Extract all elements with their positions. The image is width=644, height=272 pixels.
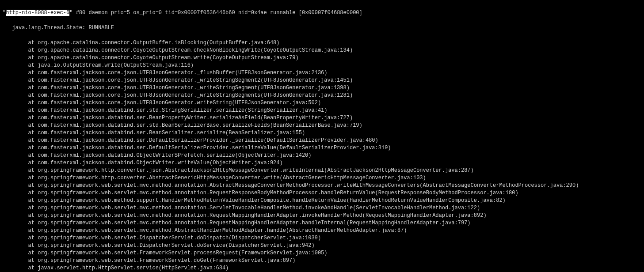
stack-frame: at org.apache.catalina.connector.OutputB… bbox=[3, 39, 641, 47]
stack-frame: at org.springframework.web.servlet.Dispa… bbox=[3, 242, 641, 249]
stack-frame: at org.apache.catalina.connector.CoyoteO… bbox=[3, 54, 641, 62]
stack-frame: at org.springframework.web.method.suppor… bbox=[3, 197, 641, 204]
stack-frame: at org.springframework.web.servlet.mvc.m… bbox=[3, 182, 641, 189]
stack-frame: at org.springframework.web.servlet.mvc.m… bbox=[3, 189, 641, 197]
stack-frame: at com.fasterxml.jackson.databind.ser.Be… bbox=[3, 129, 641, 137]
stack-frame: at com.fasterxml.jackson.core.json.UTF8J… bbox=[3, 77, 641, 84]
thread-dump: "http-nio-8088-exec-6" #80 daemon prio=5… bbox=[0, 0, 644, 272]
stack-frames: at org.apache.catalina.connector.OutputB… bbox=[3, 39, 641, 272]
stack-frame: at com.fasterxml.jackson.databind.ser.st… bbox=[3, 107, 641, 114]
thread-header-line: "http-nio-8088-exec-6" #80 daemon prio=5… bbox=[3, 9, 641, 17]
thread-name-highlight[interactable]: http-nio-8088-exec-6 bbox=[6, 10, 69, 16]
stack-frame: at com.fasterxml.jackson.databind.ser.De… bbox=[3, 144, 641, 152]
stack-frame: at org.springframework.web.servlet.Frame… bbox=[3, 249, 641, 257]
stack-frame: at com.fasterxml.jackson.core.json.UTF8J… bbox=[3, 99, 641, 107]
stack-frame: at org.springframework.web.servlet.mvc.m… bbox=[3, 204, 641, 212]
stack-frame: at org.springframework.web.servlet.mvc.m… bbox=[3, 227, 641, 234]
stack-frame: at javax.servlet.http.HttpServlet.servic… bbox=[3, 264, 641, 272]
stack-frame: at org.apache.catalina.connector.CoyoteO… bbox=[3, 47, 641, 54]
stack-frame: at com.fasterxml.jackson.databind.ser.st… bbox=[3, 122, 641, 129]
stack-frame: at org.springframework.web.servlet.Dispa… bbox=[3, 234, 641, 242]
stack-frame: at org.springframework.web.servlet.mvc.m… bbox=[3, 219, 641, 227]
stack-frame: at com.fasterxml.jackson.core.json.UTF8J… bbox=[3, 69, 641, 77]
stack-frame: at com.fasterxml.jackson.databind.Object… bbox=[3, 159, 641, 167]
stack-frame: at com.fasterxml.jackson.databind.Object… bbox=[3, 152, 641, 159]
stack-frame: at org.springframework.web.servlet.Frame… bbox=[3, 257, 641, 264]
stack-frame: at org.springframework.http.converter.js… bbox=[3, 167, 641, 174]
stack-frame: at java.io.OutputStream.write(OutputStre… bbox=[3, 62, 641, 69]
stack-frame: at org.springframework.web.servlet.mvc.m… bbox=[3, 212, 641, 219]
stack-frame: at com.fasterxml.jackson.core.json.UTF8J… bbox=[3, 92, 641, 99]
stack-frame: at com.fasterxml.jackson.databind.ser.De… bbox=[3, 137, 641, 144]
stack-frame: at com.fasterxml.jackson.databind.ser.Be… bbox=[3, 114, 641, 122]
stack-frame: at com.fasterxml.jackson.core.json.UTF8J… bbox=[3, 84, 641, 92]
stack-frame: at org.springframework.http.converter.Ab… bbox=[3, 174, 641, 182]
thread-state-line: java.lang.Thread.State: RUNNABLE bbox=[3, 24, 641, 32]
thread-info: #80 daemon prio=5 os_prio=0 tid=0x00007f… bbox=[72, 10, 362, 16]
